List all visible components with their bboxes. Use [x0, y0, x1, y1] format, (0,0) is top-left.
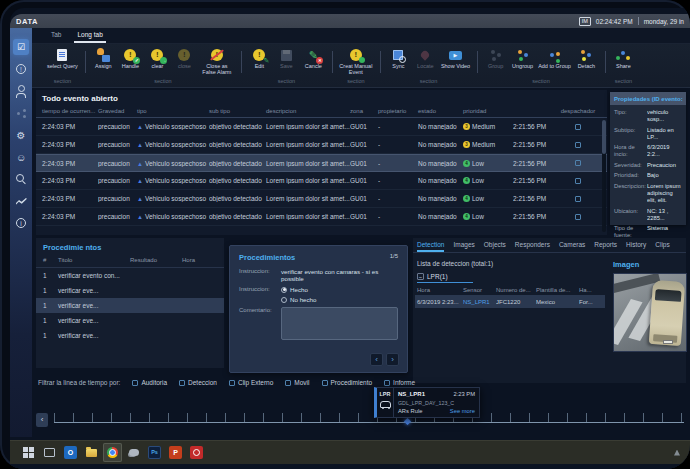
column-header[interactable]: Sensor	[463, 287, 496, 293]
toolbar-button[interactable]: Ungroup	[510, 47, 535, 69]
toolbar-button[interactable]: Creat Manual Event	[338, 47, 374, 75]
toolbar-button[interactable]: Show Video	[440, 47, 471, 69]
radio-option[interactable]: Hecho	[281, 286, 317, 293]
toolbar-button[interactable]: Locate	[413, 47, 438, 69]
column-header[interactable]: Gravedad	[98, 108, 137, 114]
column-header[interactable]: estado	[418, 108, 463, 114]
toolbar-button[interactable]: Sync	[386, 47, 411, 69]
radio-option[interactable]: No hecho	[281, 296, 317, 303]
comment-textarea[interactable]	[281, 307, 398, 340]
column-header[interactable]: Ha...	[579, 287, 605, 293]
toolbar-button[interactable]: Detach	[574, 47, 599, 69]
filter-option[interactable]: Procedimiento	[322, 379, 373, 386]
toolbar-button[interactable]: Add to Group	[537, 47, 572, 69]
event-row[interactable]: 2:24:03 PM precaucion Vehiculo sospechos…	[36, 136, 607, 154]
events-scrollbar-thumb[interactable]	[602, 120, 606, 154]
detail-tab[interactable]: Detection	[417, 241, 444, 252]
toolbar-button[interactable]: Assign	[91, 47, 116, 75]
toolbar-button[interactable]: Group	[483, 47, 508, 69]
event-row[interactable]: 2:24:03 PM precaucion Vehiculo sospechos…	[36, 208, 607, 226]
filter-option[interactable]: Movil	[285, 379, 309, 386]
sidebar-item[interactable]	[13, 105, 29, 121]
column-header[interactable]: sub tipo	[209, 108, 266, 114]
taskbar-item[interactable]	[103, 443, 122, 462]
detection-row[interactable]: 6/3/2019 2:23... NS_LPR1 JFC1220 Mexico …	[415, 295, 605, 308]
column-header[interactable]: Hora	[182, 257, 224, 263]
column-header[interactable]: Hora	[415, 287, 463, 293]
sidebar-item[interactable]	[13, 127, 29, 143]
column-header[interactable]: prioridad	[463, 108, 513, 114]
filter-option[interactable]: Deteccion	[179, 379, 217, 386]
taskbar-item[interactable]: Ps	[145, 443, 164, 462]
event-row[interactable]: 2:24:03 PM precaucion Vehiculo sospechos…	[36, 154, 607, 172]
next-procedure-button[interactable]: ›	[386, 353, 399, 366]
procedure-row[interactable]: 1 verificar eve...	[36, 313, 224, 328]
toolbar-button[interactable]: Share	[611, 47, 636, 69]
event-row[interactable]: 2:24:03 PM precaucion Vehiculo sospechos…	[36, 118, 607, 136]
column-header[interactable]: zona	[350, 108, 378, 114]
column-header[interactable]: Plantilla de...	[536, 287, 579, 293]
window-tab[interactable]: Tab	[48, 29, 64, 43]
sidebar-item[interactable]	[13, 171, 29, 187]
procedure-row[interactable]: 1 verificar eve...	[36, 328, 224, 343]
column-header[interactable]: #	[36, 257, 58, 263]
dispatcher-checkbox[interactable]	[575, 142, 581, 148]
dispatcher-checkbox[interactable]	[575, 214, 581, 220]
taskbar-item[interactable]	[82, 443, 101, 462]
column-header[interactable]: Titolo	[58, 257, 130, 263]
detection-group-row[interactable]: − LPR(1)	[417, 273, 605, 280]
procedure-row[interactable]: 1 verificar eve...	[36, 283, 224, 298]
event-row[interactable]: 2:24:03 PM precaucion Vehiculo sospechos…	[36, 190, 607, 208]
see-more-link[interactable]: See more	[450, 408, 475, 414]
taskbar-item[interactable]	[124, 443, 143, 462]
toolbar-button[interactable]: Edit	[247, 47, 272, 69]
column-header[interactable]: descripcion	[266, 108, 350, 114]
sidebar-item[interactable]	[13, 193, 29, 209]
tray-icon[interactable]	[673, 449, 681, 457]
sidebar-item[interactable]	[13, 215, 29, 231]
sidebar-item[interactable]	[13, 149, 29, 165]
detail-tab[interactable]: History	[626, 241, 646, 252]
dispatcher-checkbox[interactable]	[575, 124, 581, 130]
timeline-ruler[interactable]	[54, 413, 684, 423]
sidebar-item[interactable]	[13, 61, 29, 77]
detail-tab[interactable]: Objects	[484, 241, 506, 252]
column-header[interactable]: tiempo de ocurren...	[36, 108, 98, 114]
toolbar-button[interactable]: select Query	[46, 47, 79, 69]
sidebar-item[interactable]	[13, 83, 29, 99]
taskbar-item[interactable]	[40, 443, 59, 462]
toolbar-button[interactable]: Handle	[118, 47, 143, 75]
previous-procedure-button[interactable]: ‹	[370, 353, 383, 366]
procedure-row[interactable]: 1 verificar evento con...	[36, 268, 224, 283]
taskbar-item[interactable]: O	[61, 443, 80, 462]
detail-tab[interactable]: Images	[453, 241, 474, 252]
dispatcher-checkbox[interactable]	[575, 160, 581, 166]
column-header[interactable]: despachador	[559, 108, 597, 114]
toolbar-button[interactable]: clear	[145, 47, 170, 75]
column-header[interactable]: propietario	[378, 108, 418, 114]
detail-tab[interactable]: Clips	[655, 241, 669, 252]
toolbar-button[interactable]: Save	[274, 47, 299, 69]
procedure-row[interactable]: 1 verificar eve...	[36, 298, 224, 313]
toolbar-button[interactable]: close	[172, 47, 197, 75]
toolbar-button[interactable]: Cancle	[301, 47, 326, 69]
filter-option[interactable]: Informe	[384, 379, 415, 386]
window-tab[interactable]: Long tab	[74, 29, 105, 43]
dispatcher-checkbox[interactable]	[575, 196, 581, 202]
detail-tab[interactable]: Cameras	[559, 241, 585, 252]
filter-option[interactable]: Auditoria	[132, 379, 167, 386]
detection-photo[interactable]	[613, 273, 687, 352]
detail-tab[interactable]: Reports	[594, 241, 617, 252]
column-header[interactable]: Numero de...	[496, 287, 536, 293]
collapse-icon[interactable]: −	[417, 273, 424, 280]
timeline-prev-button[interactable]: ‹	[36, 413, 48, 427]
sidebar-item[interactable]	[13, 39, 29, 55]
column-header[interactable]: tipo	[137, 108, 209, 114]
event-row[interactable]: 2:24:03 PM precaucion Vehiculo sospechos…	[36, 172, 607, 190]
dispatcher-checkbox[interactable]	[575, 178, 581, 184]
column-header[interactable]: Resultado	[130, 257, 182, 263]
toolbar-button[interactable]: Close as False Alarm	[199, 47, 235, 75]
detail-tab[interactable]: Responders	[515, 241, 550, 252]
sensor-link[interactable]: NS_LPR1	[463, 299, 496, 305]
filter-option[interactable]: Clip Externo	[229, 379, 273, 386]
